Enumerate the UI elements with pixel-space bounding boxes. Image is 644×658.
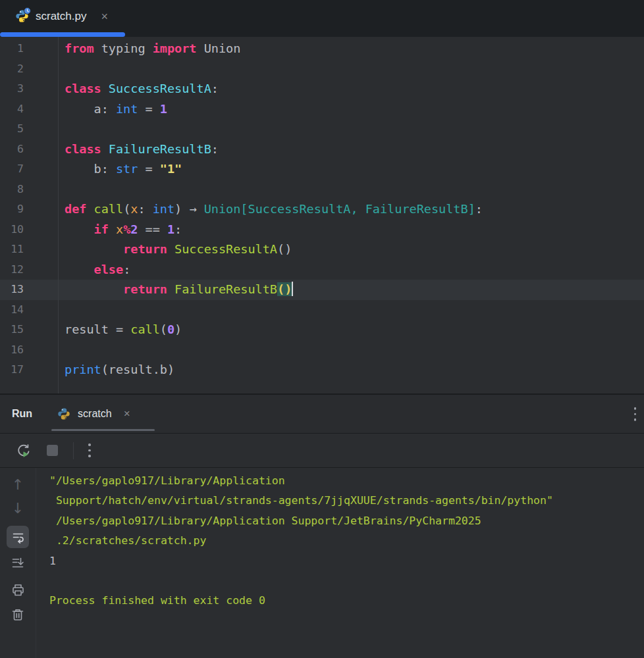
code-text: from typing import Union	[58, 39, 240, 59]
code-line: 12 else:	[0, 260, 644, 280]
line-number[interactable]: 2	[0, 59, 58, 80]
python-icon	[57, 407, 71, 421]
line-number[interactable]: 13	[0, 280, 58, 300]
printer-icon	[11, 582, 26, 597]
code-text: else:	[58, 260, 130, 280]
scroll-to-end-button[interactable]	[7, 552, 29, 574]
prev-occurrence-button[interactable]: ↑	[7, 476, 29, 493]
line-number[interactable]: 8	[0, 180, 58, 200]
line-number[interactable]: 17	[0, 360, 58, 380]
line-number[interactable]: 7	[0, 159, 58, 180]
code-line: 7 b: str = "1"	[0, 159, 644, 180]
code-text	[58, 59, 65, 80]
code-line: 2	[0, 59, 644, 80]
line-number[interactable]: 10	[0, 220, 58, 240]
next-occurrence-button[interactable]: ↓	[7, 499, 29, 517]
code-text: return SuccessResultA()	[58, 240, 292, 260]
code-text	[58, 180, 65, 200]
code-text: a: int = 1	[58, 99, 167, 120]
code-text: class SuccessResultA:	[58, 79, 219, 99]
run-toolbar	[0, 433, 644, 467]
code-line: 1from typing import Union	[0, 39, 644, 59]
line-number[interactable]: 5	[0, 119, 58, 139]
code-line: 3class SuccessResultA:	[0, 79, 644, 99]
code-line: 16	[0, 340, 644, 361]
editor-tab-bar: scratch.py ×	[0, 0, 644, 37]
tab-scratch-py[interactable]: scratch.py ×	[0, 0, 119, 32]
run-options-kebab-button[interactable]	[86, 441, 94, 460]
python-scratch-file-icon	[15, 9, 29, 23]
code-text: return FailureResultB()	[58, 280, 293, 300]
scroll-to-end-icon	[11, 556, 25, 570]
tab-close-icon[interactable]: ×	[101, 11, 108, 22]
run-tab-scratch[interactable]: scratch ×	[48, 395, 140, 433]
console-toolbar: ↑ ↓	[0, 468, 36, 658]
line-number[interactable]: 1	[0, 39, 58, 59]
code-text: if x%2 == 1:	[58, 220, 182, 240]
line-number[interactable]: 4	[0, 99, 58, 120]
code-line: 10 if x%2 == 1:	[0, 220, 644, 240]
clear-console-button[interactable]	[7, 603, 29, 626]
console-line: "/Users/gaplo917/Library/Application	[49, 471, 639, 491]
rerun-button[interactable]	[14, 442, 33, 460]
line-number[interactable]: 12	[0, 260, 58, 280]
run-console: ↑ ↓	[0, 467, 644, 658]
code-text	[58, 119, 65, 139]
text-caret	[292, 282, 293, 296]
code-text: class FailureResultB:	[58, 139, 219, 160]
trash-icon	[11, 607, 25, 622]
line-number[interactable]: 6	[0, 139, 58, 160]
run-tool-window-header: Run scratch ×	[0, 393, 644, 433]
line-number[interactable]: 11	[0, 240, 58, 260]
code-line: 8	[0, 180, 644, 200]
tab-title: scratch.py	[36, 10, 86, 23]
code-text: print(result.b)	[58, 360, 174, 380]
code-line: 4 a: int = 1	[0, 99, 644, 120]
code-area: 1from typing import Union23class Success…	[0, 39, 644, 380]
soft-wrap-icon	[11, 530, 25, 544]
line-number[interactable]: 9	[0, 199, 58, 220]
code-text: def call(x: int) → Union[SuccessResultA,…	[58, 199, 483, 220]
code-line: 6class FailureResultB:	[0, 139, 644, 160]
line-number[interactable]: 15	[0, 320, 58, 340]
console-line: /Users/gaplo917/Library/Application Supp…	[49, 511, 639, 531]
stop-button[interactable]	[43, 442, 61, 460]
print-button[interactable]	[7, 578, 29, 601]
line-number[interactable]: 16	[0, 340, 58, 361]
code-line: 14	[0, 300, 644, 320]
console-line	[49, 571, 639, 591]
clock-badge-icon	[24, 7, 31, 14]
code-text	[58, 340, 65, 361]
code-line: 11 return SuccessResultA()	[0, 240, 644, 260]
run-tab-underline	[51, 429, 155, 431]
console-line: .2/scratches/scratch.py	[49, 531, 639, 551]
console-line: Process finished with exit code 0	[49, 591, 639, 611]
code-line: 17print(result.b)	[0, 360, 644, 380]
line-number[interactable]: 3	[0, 79, 58, 99]
console-line: 1	[49, 551, 639, 571]
code-line: 15result = call(0)	[0, 320, 644, 340]
console-line: Support/hatch/env/virtual/strands-agents…	[49, 491, 639, 511]
active-tab-underline	[0, 32, 125, 37]
soft-wrap-button[interactable]	[7, 526, 29, 548]
code-line: 5	[0, 119, 644, 139]
code-line: 9def call(x: int) → Union[SuccessResultA…	[0, 199, 644, 220]
code-text: b: str = "1"	[58, 159, 182, 180]
code-text: result = call(0)	[58, 320, 182, 340]
more-options-kebab-button[interactable]	[631, 405, 639, 424]
code-line: 13 return FailureResultB()	[0, 280, 644, 300]
run-tab-label: scratch	[78, 408, 112, 420]
console-output[interactable]: "/Users/gaplo917/Library/Application Sup…	[36, 468, 644, 658]
run-panel-title: Run	[12, 408, 32, 420]
line-number[interactable]: 14	[0, 300, 58, 320]
code-editor[interactable]: 1from typing import Union23class Success…	[0, 37, 644, 393]
toolbar-separator	[73, 442, 74, 459]
run-tab-close-icon[interactable]: ×	[124, 407, 130, 420]
code-text	[58, 300, 65, 320]
gutter-separator	[58, 37, 59, 393]
